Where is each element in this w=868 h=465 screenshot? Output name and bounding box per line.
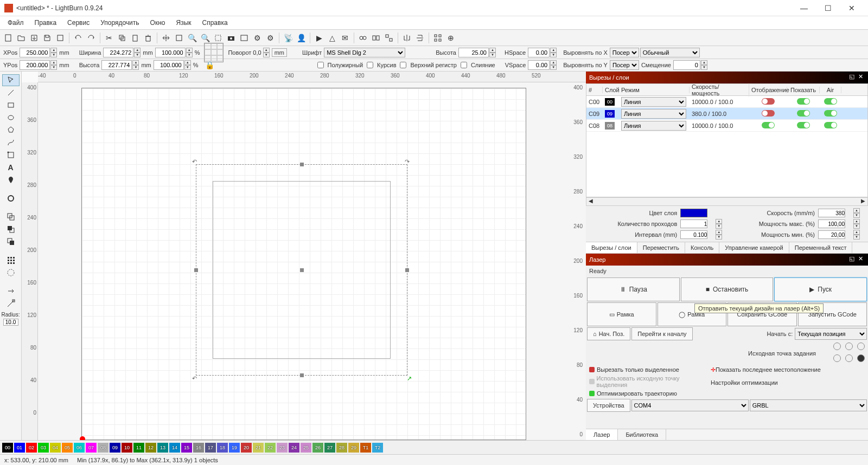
new-icon[interactable]: [2, 32, 14, 44]
palette-color[interactable]: T1: [360, 443, 371, 453]
laser-close-icon[interactable]: ✕: [856, 255, 865, 264]
menu-edit[interactable]: Правка: [29, 17, 62, 28]
zoom-out-icon[interactable]: 🔍: [199, 32, 211, 44]
palette-color[interactable]: 25: [301, 443, 311, 453]
start-button[interactable]: ▶Пуск: [774, 277, 867, 301]
camera-icon[interactable]: [225, 32, 237, 44]
stop-button[interactable]: ■Остановить: [681, 277, 774, 301]
triangle-icon[interactable]: △: [326, 32, 338, 44]
pan-icon[interactable]: [160, 32, 172, 44]
aligny-select[interactable]: Посере: [610, 60, 639, 70]
laser-undock-icon[interactable]: ◱: [847, 255, 856, 264]
panel-close-icon[interactable]: ✕: [856, 73, 865, 82]
height-pct-input[interactable]: [154, 60, 184, 70]
pmin-spinner[interactable]: ▲▼: [853, 230, 865, 240]
send-icon[interactable]: ✉: [339, 32, 351, 44]
palette-color[interactable]: 14: [169, 443, 180, 453]
width-pct-input[interactable]: [155, 48, 186, 57]
palette-color[interactable]: 29: [348, 443, 359, 453]
minimize-button[interactable]: —: [792, 0, 816, 16]
palette-color[interactable]: 12: [145, 443, 156, 453]
style-select[interactable]: Обычный: [640, 48, 700, 57]
show-toggle[interactable]: [797, 110, 810, 117]
showlast-button[interactable]: ✛Показать последнее местоположение: [711, 366, 868, 378]
ypos-spinner[interactable]: ▲▼: [50, 60, 57, 70]
fheight-spinner[interactable]: ▲▼: [489, 48, 496, 57]
palette-color[interactable]: 23: [277, 443, 288, 453]
play-icon[interactable]: ▶: [313, 32, 325, 44]
lock-icon[interactable]: 🔒: [204, 59, 216, 71]
offset-input[interactable]: [673, 60, 700, 70]
rotate-spinner[interactable]: ▲▼: [263, 48, 270, 57]
origin-grid[interactable]: [833, 343, 867, 364]
palette-color[interactable]: 16: [193, 443, 204, 453]
palette-color[interactable]: 17: [205, 443, 216, 453]
palette-color[interactable]: 18: [217, 443, 228, 453]
array-icon[interactable]: [432, 32, 444, 44]
palette-color[interactable]: 07: [86, 443, 97, 453]
point-tool-icon[interactable]: [2, 174, 20, 186]
width-input[interactable]: [103, 48, 133, 57]
path-tool-icon[interactable]: [2, 137, 20, 148]
upper-check[interactable]: [400, 62, 406, 68]
optsettings-button[interactable]: Настройки оптимизации: [711, 379, 868, 391]
boolean-union-icon[interactable]: [2, 211, 20, 223]
port-select[interactable]: COM4: [631, 399, 749, 411]
open-icon[interactable]: [15, 32, 27, 44]
devices-button[interactable]: Устройства: [587, 399, 630, 412]
polygon-tool-icon[interactable]: [2, 124, 20, 136]
canvas[interactable]: ↶ ↷ ↶ ↗ 40036032028024020016012080400: [38, 82, 586, 440]
palette-color[interactable]: 27: [324, 443, 335, 453]
palette-color[interactable]: 09: [110, 443, 120, 453]
bold-check[interactable]: [317, 62, 324, 68]
palette-color[interactable]: 02: [26, 443, 37, 453]
offset-spinner[interactable]: ▲▼: [701, 60, 707, 70]
layercolor-swatch[interactable]: [680, 209, 707, 217]
height-spinner[interactable]: ▲▼: [132, 60, 139, 70]
measure-icon[interactable]: [2, 298, 20, 309]
tab-vartext[interactable]: Переменный текст: [789, 242, 853, 253]
boolean-diff-icon[interactable]: [2, 223, 20, 235]
disp-toggle[interactable]: [762, 98, 775, 105]
menu-file[interactable]: Файл: [2, 17, 29, 28]
disp-toggle[interactable]: [762, 110, 775, 117]
grid-array-icon[interactable]: [2, 254, 20, 266]
palette-color[interactable]: 13: [157, 443, 168, 453]
delete-icon[interactable]: [142, 32, 154, 44]
palette-color[interactable]: 22: [265, 443, 276, 453]
tab-camera[interactable]: Управление камерой: [719, 242, 789, 253]
menu-language[interactable]: Язык: [170, 17, 196, 28]
tab-library[interactable]: Библиотека: [618, 429, 666, 440]
text-tool-icon[interactable]: A: [2, 162, 20, 173]
menu-help[interactable]: Справка: [197, 17, 233, 28]
preview-icon[interactable]: [238, 32, 250, 44]
zoom-selection-icon[interactable]: [212, 32, 224, 44]
device-select[interactable]: GRBL: [750, 399, 867, 411]
vspace-spinner[interactable]: ▲▼: [550, 60, 557, 70]
flip-v-icon[interactable]: [414, 32, 426, 44]
undo-icon[interactable]: [72, 32, 84, 44]
maximize-button[interactable]: ☐: [816, 0, 840, 16]
palette-color[interactable]: 26: [312, 443, 323, 453]
align-icon[interactable]: [383, 32, 395, 44]
palette-color[interactable]: 04: [50, 443, 61, 453]
merge-check[interactable]: [461, 62, 467, 68]
mode-select[interactable]: Линия: [621, 121, 686, 131]
height-pct-spinner[interactable]: ▲▼: [184, 60, 191, 70]
offset-tool-icon[interactable]: [2, 192, 20, 204]
ellipse-tool-icon[interactable]: [2, 112, 20, 124]
font-select[interactable]: MS Shell Dlg 2: [324, 48, 405, 57]
passes-spinner[interactable]: ▲▼: [716, 219, 727, 229]
palette-color[interactable]: 03: [38, 443, 49, 453]
panel-undock-icon[interactable]: ◱: [847, 73, 856, 82]
selection-box[interactable]: ↶ ↷ ↶ ↗: [196, 164, 407, 376]
speed-spinner[interactable]: ▲▼: [853, 208, 865, 218]
alignx-select[interactable]: Посере: [610, 48, 639, 57]
xpos-spinner[interactable]: ▲▼: [50, 48, 57, 57]
cut-icon[interactable]: ✂: [103, 32, 115, 44]
group-icon[interactable]: [357, 32, 369, 44]
pause-button[interactable]: ⏸Пауза: [587, 277, 680, 301]
xpos-input[interactable]: [20, 48, 50, 57]
canvas-area[interactable]: -400408012016020024028032036040044048052…: [22, 72, 586, 440]
air-toggle[interactable]: [824, 122, 837, 128]
